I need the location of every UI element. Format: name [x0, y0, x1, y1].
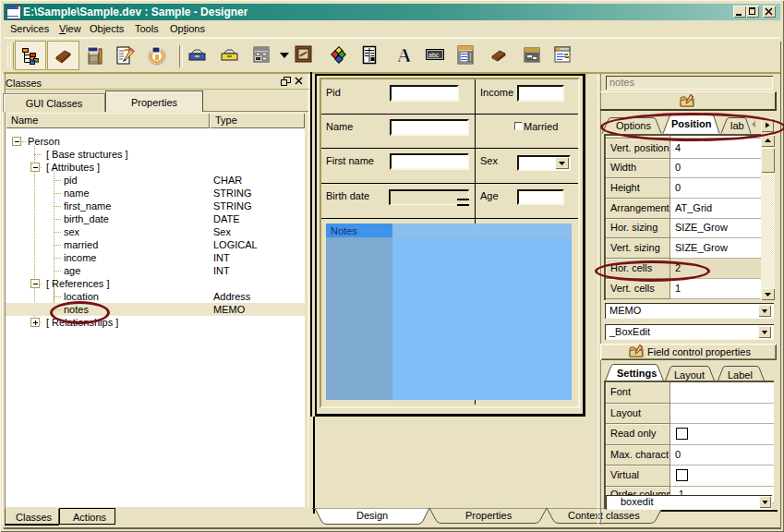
svg-text:Properties: Properties [465, 510, 513, 521]
svg-text:Label: Label [728, 369, 753, 381]
svg-text:A: A [397, 44, 412, 66]
svg-text:Settings: Settings [617, 368, 657, 379]
svg-text:Context classes: Context classes [568, 510, 640, 521]
svg-text:Layout: Layout [674, 369, 705, 381]
svg-text:Design: Design [356, 510, 388, 521]
svg-text:abc: abc [428, 52, 440, 58]
